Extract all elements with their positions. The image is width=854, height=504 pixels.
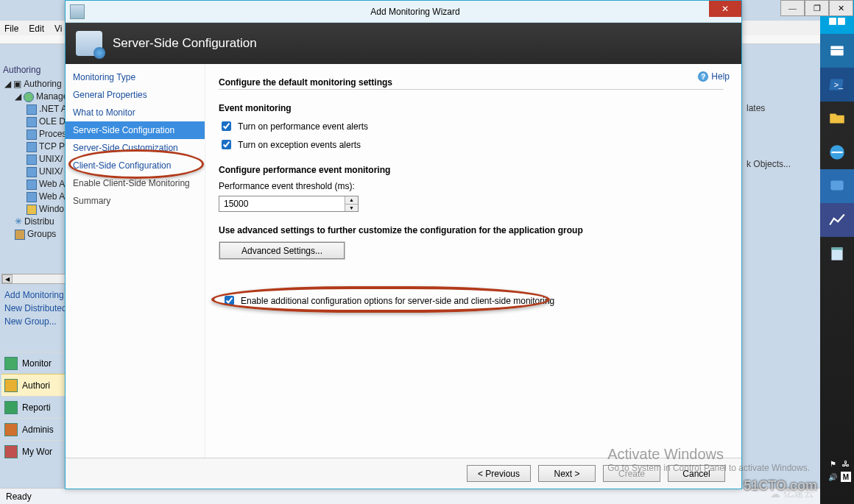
help-link[interactable]: ?Help — [698, 71, 730, 82]
advanced-settings-button[interactable]: Advanced Settings... — [219, 242, 345, 259]
system-tray[interactable]: ⚑ 🖧 🔊 M — [822, 458, 851, 482]
powershell-icon: >_ — [827, 75, 847, 94]
svg-rect-10 — [831, 247, 842, 249]
checkbox-exception-alerts-input[interactable] — [222, 140, 231, 149]
step-client-side-configuration[interactable]: Client-Side Configuration — [66, 157, 205, 174]
server-icon — [827, 41, 847, 60]
graph-icon — [827, 210, 847, 230]
scroll-left-icon: ◀ — [2, 274, 13, 283]
nav-authoring[interactable]: Authori — [1, 374, 68, 396]
step-monitoring-type[interactable]: Monitoring Type — [66, 68, 205, 86]
spinner-up-icon[interactable]: ▲ — [345, 196, 358, 205]
svg-rect-8 — [830, 180, 843, 190]
checkbox-enable-additional-input[interactable] — [225, 296, 234, 305]
nav-reporting[interactable]: Reporti — [1, 396, 68, 418]
wunderbar: Monitor Authori Reporti Adminis My Wor — [1, 352, 68, 462]
page-heading: Configure the default monitoring setting… — [219, 77, 724, 88]
taskbar-powershell[interactable]: >_ — [820, 68, 854, 102]
cancel-button[interactable]: Cancel — [668, 465, 725, 482]
add-monitoring-wizard: Add Monitoring Wizard ✕ Server-Side Conf… — [65, 0, 742, 489]
notepad-icon — [827, 244, 847, 263]
nav-administration[interactable]: Adminis — [1, 418, 68, 440]
nav-myworkspace[interactable]: My Wor — [1, 440, 68, 462]
step-server-side-configuration[interactable]: Server-Side Configuration — [66, 121, 205, 139]
wizard-step-nav: Monitoring Type General Properties What … — [66, 64, 205, 458]
menu-view[interactable]: Vi — [54, 24, 62, 34]
nav-pane-title: Authoring — [3, 65, 40, 75]
wizard-content: ?Help Configure the default monitoring s… — [205, 64, 741, 458]
create-button[interactable]: Create — [603, 465, 660, 482]
wizard-sysmenu-icon[interactable] — [70, 4, 85, 19]
parent-minimize-button[interactable]: ― — [780, 0, 805, 16]
status-bar: Ready — [0, 488, 854, 504]
taskbar-ie[interactable] — [820, 135, 854, 169]
checkbox-enable-additional[interactable]: Enable additional configuration options … — [222, 294, 724, 308]
group-perf-monitoring: Configure performance event monitoring — [219, 165, 724, 175]
taskbar-notepad[interactable] — [820, 237, 854, 271]
taskbar-scom[interactable] — [820, 169, 854, 203]
tray-sound-icon[interactable]: 🔊 — [827, 472, 838, 482]
svg-rect-3 — [838, 18, 845, 25]
parent-restore-button[interactable]: ❐ — [805, 0, 829, 16]
taskbar-server-manager[interactable] — [820, 34, 854, 68]
checkbox-perf-alerts-input[interactable] — [222, 121, 231, 131]
menu-file[interactable]: File — [4, 24, 18, 34]
folder-icon — [827, 109, 847, 128]
wizard-header-icon — [76, 31, 102, 56]
taskbar-perf[interactable] — [820, 203, 854, 237]
wizard-header: Server-Side Configuration — [66, 23, 741, 64]
link-new-group[interactable]: New Group... — [4, 316, 68, 327]
taskbar[interactable]: >_ — [820, 0, 854, 504]
next-button[interactable]: Next > — [538, 465, 596, 482]
checkbox-exception-alerts[interactable]: Turn on exception events alerts — [219, 138, 724, 152]
step-summary[interactable]: Summary — [66, 192, 205, 210]
wizard-header-title: Server-Side Configuration — [113, 36, 257, 51]
link-add-monitoring[interactable]: Add Monitoring — [4, 290, 68, 300]
svg-rect-4 — [830, 46, 843, 56]
menu-edit[interactable]: Edit — [29, 24, 44, 34]
perf-threshold-spinner[interactable]: ▲▼ — [219, 196, 359, 212]
wizard-footer: < Previous Next > Create Cancel — [66, 458, 741, 489]
step-server-side-customization[interactable]: Server-Side Customization — [66, 139, 205, 157]
tasks-item[interactable]: k Objects... — [747, 159, 791, 169]
nav-monitoring[interactable]: Monitor — [1, 352, 68, 374]
divider — [219, 89, 724, 90]
wizard-title: Add Monitoring Wizard — [89, 7, 741, 17]
wizard-close-button[interactable]: ✕ — [709, 1, 741, 17]
tray-flag-icon[interactable]: ⚑ — [827, 458, 838, 469]
wizard-titlebar[interactable]: Add Monitoring Wizard ✕ — [66, 1, 741, 23]
svg-rect-5 — [830, 49, 843, 50]
step-what-to-monitor[interactable]: What to Monitor — [66, 104, 205, 121]
taskbar-explorer[interactable] — [820, 102, 854, 135]
monitor-icon — [827, 177, 847, 196]
parent-close-button[interactable]: ✕ — [829, 0, 853, 16]
spinner-down-icon[interactable]: ▼ — [345, 205, 358, 212]
perf-threshold-label: Performance event threshold (ms): — [219, 181, 724, 191]
group-event-monitoring: Event monitoring — [219, 103, 724, 113]
step-enable-client-side[interactable]: Enable Client-Side Monitoring — [66, 174, 205, 192]
tray-m-icon[interactable]: M — [841, 472, 851, 482]
checkbox-perf-alerts[interactable]: Turn on performance event alerts — [219, 119, 724, 133]
perf-threshold-input[interactable] — [219, 196, 345, 211]
link-new-distributed[interactable]: New Distributed — [4, 303, 68, 313]
watermark-yisu: ☁亿速云 — [770, 485, 851, 503]
tray-network-icon[interactable]: 🖧 — [841, 458, 851, 469]
previous-button[interactable]: < Previous — [467, 465, 531, 482]
step-general-properties[interactable]: General Properties — [66, 86, 205, 104]
svg-rect-2 — [829, 18, 836, 25]
tasks-item[interactable]: lates — [747, 103, 791, 113]
svg-text:>_: >_ — [834, 80, 844, 89]
ie-icon — [827, 143, 847, 162]
help-icon: ? — [698, 71, 708, 82]
advanced-settings-text: Use advanced settings to further customi… — [219, 225, 724, 235]
